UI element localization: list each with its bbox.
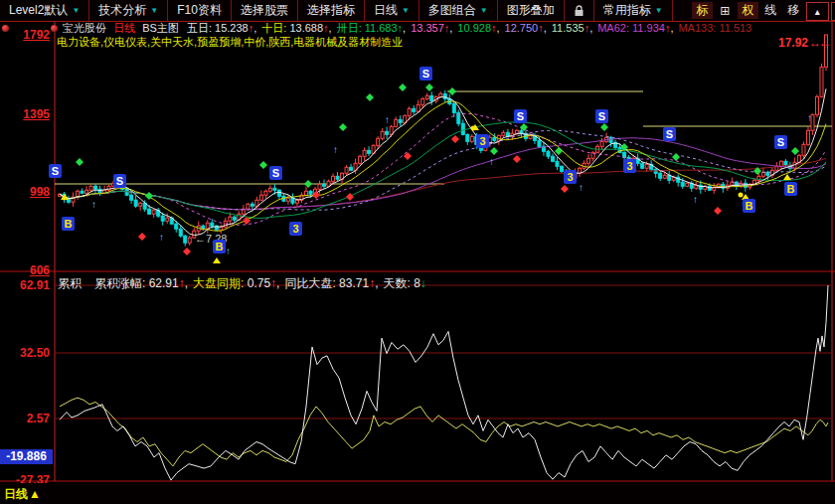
cyan-up-arrow-icon: ↑	[579, 182, 584, 193]
value-item: 12.750↑,	[505, 22, 547, 34]
yellow-triangle-icon	[61, 194, 69, 200]
menu-item-multi-chart-layout[interactable]: 多图组合▼	[419, 0, 498, 21]
red-diamond-icon	[183, 248, 191, 255]
value-item: 十日: 13.688↑,	[261, 22, 331, 34]
value-item: 卅日: 11.683↑,	[337, 22, 407, 34]
sell-signal-badge: S	[663, 127, 676, 141]
red-diamond-icon	[513, 155, 521, 163]
panel-restore-icon[interactable]: ▴	[806, 2, 829, 21]
triangle-up-icon: ▲	[29, 487, 41, 501]
red-diamond-icon	[451, 135, 459, 143]
rights-adjust-icon[interactable]: 权	[738, 2, 758, 19]
sell-signal-badge: S	[419, 67, 432, 81]
cyan-up-arrow-icon: ↑	[693, 194, 698, 205]
chevron-down-icon[interactable]: ▼	[480, 6, 488, 15]
sell-signal-badge: S	[514, 109, 527, 123]
yellow-dot-icon	[739, 193, 744, 198]
menu-item-label: 技术分析	[98, 2, 146, 19]
move-tool-icon[interactable]: 移	[783, 2, 804, 19]
bottom-period-text: 日线	[4, 487, 28, 501]
yellow-dot-icon	[471, 126, 476, 131]
value-item: MA62: 11.934↑,	[597, 22, 673, 34]
menu-item-lock[interactable]	[565, 0, 594, 21]
three-signal-badge: 3	[623, 159, 636, 173]
green-diamond-icon	[555, 147, 563, 155]
cyan-up-arrow-icon: ↑	[226, 246, 231, 256]
line-tool-icon[interactable]: 线	[760, 2, 781, 19]
menu-item-overlay-graphics[interactable]: 图形叠加	[498, 0, 565, 21]
buy-signal-badge: B	[743, 199, 755, 213]
y-axis-label: 2.57	[0, 412, 50, 425]
green-diamond-icon	[366, 93, 374, 101]
value-badge: -19.886	[0, 449, 53, 464]
stock-name: 宝光股份	[63, 22, 106, 34]
chevron-down-icon[interactable]: ▼	[655, 6, 663, 15]
y-axis-label: 998	[0, 185, 50, 199]
red-diamond-icon	[561, 185, 569, 193]
price-arrows-icon: ↔↔	[809, 36, 829, 50]
cyan-up-arrow-icon: ↑	[333, 144, 338, 155]
green-diamond-icon	[76, 158, 84, 166]
y-axis-label: 606	[0, 263, 50, 277]
bottom-axis: 日线▲	[0, 483, 835, 504]
three-signal-badge: 3	[289, 222, 302, 236]
app-window: ↑↑↑↑↑↑↑↑↑↑ Level2默认▼技术分析▼F10资料选择股票选择指标日线…	[0, 0, 835, 504]
menu-item-label: 图形叠加	[507, 2, 555, 19]
sector-tags: 电力设备,仪电仪表,关中天水,预盈预增,中价,陕西,电器机械及器材制造业	[57, 35, 403, 50]
chevron-down-icon[interactable]: ▼	[402, 6, 410, 15]
grid-layout-icon[interactable]: ⊞	[715, 2, 736, 19]
red-diamond-icon	[138, 233, 146, 241]
red-diamond-icon	[714, 207, 722, 215]
yellow-triangle-icon	[213, 257, 221, 263]
menu-item-period-daily[interactable]: 日线▼	[365, 0, 419, 21]
menu-item-technical-analysis[interactable]: 技术分析▼	[89, 0, 168, 21]
y-axis-label: 1395	[0, 107, 50, 121]
cyan-up-arrow-icon: ↑	[385, 114, 390, 125]
menu-item-level2-default[interactable]: Level2默认▼	[0, 0, 89, 21]
value-item: 11.535↑,	[552, 22, 592, 34]
menu-item-label: 选择股票	[241, 2, 288, 19]
value-item: 13.357↑,	[411, 22, 452, 34]
value-item: 同比大盘: 83.71↑,	[284, 276, 378, 290]
menu-item-select-stock[interactable]: 选择股票	[232, 0, 298, 21]
nav-dot-icon[interactable]	[2, 25, 9, 32]
value-item: MA133: 11.513	[678, 22, 752, 34]
current-price-label: 17.92↔↔	[778, 36, 829, 50]
indicator-fields: 累积涨幅: 62.91↑,大盘同期: 0.75↑,同比大盘: 83.71↑,天数…	[89, 276, 426, 290]
y-axis-label: 32.50	[0, 346, 50, 360]
sell-signal-badge: S	[774, 135, 787, 149]
green-diamond-icon	[490, 147, 498, 155]
menu-item-f10-info[interactable]: F10资料	[168, 0, 232, 21]
menu-item-common-indicators[interactable]: 常用指标▼	[594, 0, 673, 21]
value-item: 10.928↑,	[457, 22, 499, 34]
value-item: 大盘同期: 0.75↑,	[193, 276, 279, 290]
menu-item-label: 选择指标	[307, 2, 355, 19]
value-item: 五日: 15.238↑,	[187, 22, 256, 34]
chevron-down-icon[interactable]: ▼	[150, 6, 158, 15]
sell-signal-badge: S	[113, 174, 126, 188]
info-row: 宝光股份 日线 BS主图 五日: 15.238↑,十日: 13.688↑,卅日:…	[0, 22, 833, 35]
chart-type-label: BS主图	[142, 22, 179, 34]
chevron-down-icon[interactable]: ▼	[72, 6, 80, 15]
red-diamond-icon	[346, 193, 354, 201]
current-price-value: 17.92	[778, 36, 808, 50]
menu-item-select-indicator[interactable]: 选择指标	[298, 0, 365, 21]
green-diamond-icon	[339, 123, 347, 131]
nav-dot-icon[interactable]	[51, 25, 58, 32]
cyan-up-arrow-icon: ↑	[807, 112, 812, 123]
menu-bar: Level2默认▼技术分析▼F10资料选择股票选择指标日线▼多图组合▼图形叠加常…	[0, 0, 835, 22]
ma-values: 五日: 15.238↑,十日: 13.688↑,卅日: 11.683↑,13.3…	[182, 22, 752, 34]
bottom-period-label[interactable]: 日线▲	[4, 486, 41, 503]
menu-item-label: F10资料	[177, 2, 222, 19]
buy-signal-badge: B	[213, 240, 226, 253]
three-signal-badge: 3	[564, 170, 577, 184]
chart-canvas[interactable]: ↑↑↑↑↑↑↑↑↑↑	[0, 0, 835, 504]
next-page-icon[interactable]: ▶|	[831, 2, 835, 21]
menu-item-label: 多图组合	[428, 2, 476, 19]
mark-tool-icon[interactable]: 标	[692, 2, 713, 19]
green-diamond-icon	[304, 180, 312, 188]
sell-signal-badge: S	[595, 109, 608, 123]
menu-item-label: Level2默认	[9, 2, 68, 19]
y-axis-label: 62.91	[0, 278, 50, 292]
menu-item-label: 常用指标	[603, 2, 651, 19]
